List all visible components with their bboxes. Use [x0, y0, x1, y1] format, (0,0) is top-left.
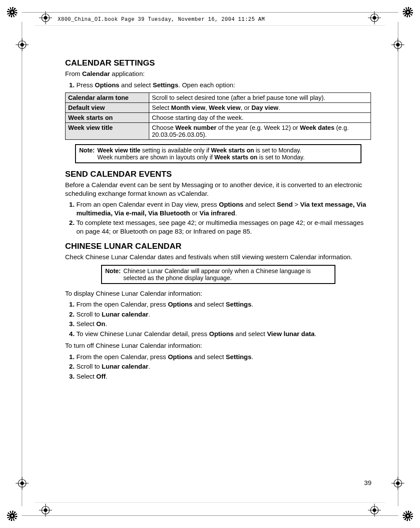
list-item: From the open Calendar, press Options an… — [76, 353, 371, 361]
registration-mark-icon — [7, 511, 17, 521]
list-item: To view Chinese Lunar Calendar detail, p… — [76, 330, 371, 338]
crosshair-icon — [368, 504, 381, 517]
table-desc: Choose starting day of the week. — [149, 113, 371, 123]
note-label: Note: — [105, 267, 121, 281]
crop-line — [398, 22, 398, 506]
table-desc: Scroll to select desired tone (after a b… — [149, 93, 371, 103]
table-row: Week view title Choose Week number of th… — [66, 123, 371, 140]
crop-line — [22, 515, 398, 516]
note-label: Note: — [79, 147, 95, 161]
crosshair-icon — [391, 38, 404, 51]
heading-send-events: SEND CALENDAR EVENTS — [65, 169, 371, 179]
registration-mark-icon — [7, 7, 17, 17]
note-text: Week view title setting is available onl… — [97, 147, 305, 161]
steps-list: From the open Calendar, press Options an… — [65, 353, 371, 381]
table-label: Default view — [66, 103, 149, 113]
settings-table: Calendar alarm tone Scroll to select des… — [65, 92, 371, 140]
list-item: Select Off. — [76, 372, 371, 381]
list-item: To complete text messages, see page 42; … — [76, 218, 371, 235]
list-item: Select On. — [76, 320, 371, 328]
note-box: Note: Chinese Lunar Calendar will appear… — [101, 265, 335, 284]
table-desc: Select Month view, Week view, or Day vie… — [149, 103, 371, 113]
list-item: Scroll to Lunar calendar. — [76, 362, 371, 371]
list-item: From an open Calendar event in Day view,… — [76, 200, 371, 217]
crosshair-icon — [368, 11, 381, 24]
table-row: Default view Select Month view, Week vie… — [66, 103, 371, 113]
crosshair-icon — [16, 477, 29, 490]
crosshair-icon — [39, 11, 52, 24]
registration-mark-icon — [403, 7, 413, 17]
table-label: Week starts on — [66, 113, 149, 123]
intro-text: Before a Calendar event can be sent by M… — [65, 181, 371, 198]
table-label: Calendar alarm tone — [66, 93, 149, 103]
page-content: CALENDAR SETTINGS From Calendar applicat… — [65, 52, 371, 384]
crop-line — [22, 12, 398, 13]
table-label: Week view title — [66, 123, 149, 140]
crosshair-icon — [391, 477, 404, 490]
steps-list: From an open Calendar event in Day view,… — [65, 200, 371, 235]
heading-calendar-settings: CALENDAR SETTINGS — [65, 58, 371, 68]
list-item: Press Options and select Settings. Open … — [76, 81, 371, 89]
heading-lunar: CHINESE LUNAR CALENDAR — [65, 241, 371, 251]
table-row: Week starts on Choose starting day of th… — [66, 113, 371, 123]
steps-list: From the open Calendar, press Options an… — [65, 300, 371, 338]
intro-text: Check Chinese Lunar Calendar dates and f… — [65, 253, 371, 261]
intro-text: To display Chinese Lunar Calendar inform… — [65, 289, 371, 298]
note-box: Note: Week view title setting is availab… — [75, 144, 361, 163]
table-desc: Choose Week number of the year (e.g. Wee… — [149, 123, 371, 140]
list-item: From the open Calendar, press Options an… — [76, 300, 371, 309]
page-number: 39 — [364, 479, 371, 486]
note-text: Chinese Lunar Calendar will appear only … — [123, 267, 331, 281]
table-row: Calendar alarm tone Scroll to select des… — [66, 93, 371, 103]
crosshair-icon — [39, 504, 52, 517]
list-item: Scroll to Lunar calendar. — [76, 310, 371, 319]
registration-mark-icon — [403, 511, 413, 521]
intro-text: From Calendar application: — [65, 69, 371, 78]
crop-line — [35, 25, 385, 26]
crop-line — [22, 22, 22, 506]
steps-list: Press Options and select Settings. Open … — [65, 81, 371, 89]
crosshair-icon — [16, 38, 29, 51]
page-header: X800_China_OI.book Page 39 Tuesday, Nove… — [58, 16, 265, 23]
crop-line — [35, 502, 385, 503]
intro-text: To turn off Chinese Lunar Calendar infor… — [65, 341, 371, 350]
